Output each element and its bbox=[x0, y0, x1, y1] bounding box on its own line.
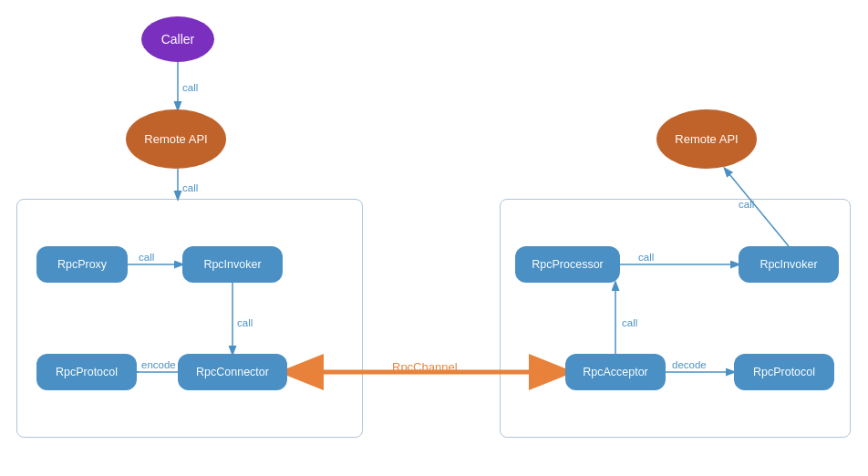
label-rpcchannel: RpcChannel bbox=[392, 360, 458, 374]
remote-api-right-node: Remote API bbox=[656, 109, 757, 169]
label-call6: call bbox=[638, 252, 654, 263]
label-call2: call bbox=[182, 182, 198, 193]
arrows-svg bbox=[0, 0, 868, 476]
label-decode: decode bbox=[672, 359, 707, 370]
label-call7: call bbox=[739, 199, 754, 210]
rpc-invoker-left-node: RpcInvoker bbox=[182, 246, 283, 283]
rpc-proxy-node: RpcProxy bbox=[36, 246, 128, 283]
diagram: call call call call encode RpcChannel ca… bbox=[0, 0, 868, 476]
svg-line-9 bbox=[725, 169, 789, 246]
rpc-processor-node: RpcProcessor bbox=[515, 246, 620, 283]
rpc-invoker-right-node: RpcInvoker bbox=[739, 246, 839, 283]
label-call1: call bbox=[182, 82, 198, 93]
label-encode: encode bbox=[141, 359, 176, 370]
rpc-connector-node: RpcConnector bbox=[178, 354, 287, 390]
rpc-protocol-left-node: RpcProtocol bbox=[36, 354, 137, 390]
label-call4: call bbox=[237, 317, 253, 328]
label-call5: call bbox=[622, 317, 637, 328]
rpc-acceptor-node: RpcAcceptor bbox=[565, 354, 666, 390]
caller-node: Caller bbox=[141, 16, 214, 62]
label-call3: call bbox=[139, 252, 154, 263]
rpc-protocol-right-node: RpcProtocol bbox=[734, 354, 834, 390]
remote-api-left-node: Remote API bbox=[126, 109, 226, 169]
